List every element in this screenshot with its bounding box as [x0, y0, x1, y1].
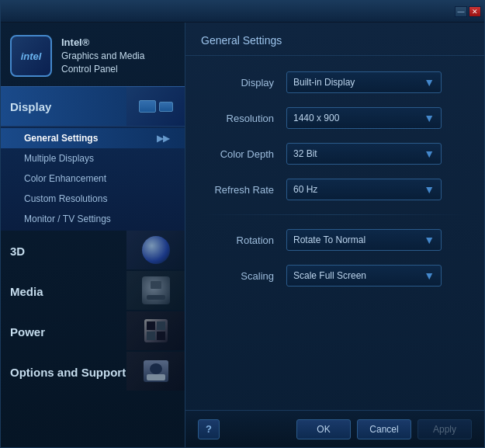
resolution-setting-row: Resolution 1440 x 900 ▼: [201, 107, 469, 129]
minimize-button[interactable]: —: [455, 6, 467, 17]
display-setting-control: Built-in Display ▼: [286, 71, 469, 93]
display-dropdown-arrow: ▼: [424, 76, 435, 89]
submenu-monitor-tv[interactable]: Monitor / TV Settings: [1, 209, 185, 229]
app-title-line1: Intel®: [61, 36, 89, 48]
refresh-rate-setting-label: Refresh Rate: [201, 184, 286, 196]
color-depth-setting-row: Color Depth 32 Bit ▼: [201, 143, 469, 165]
general-settings-label: General Settings: [24, 133, 98, 144]
color-enhancement-label: Color Enhancement: [24, 173, 106, 184]
refresh-rate-setting-row: Refresh Rate 60 Hz ▼: [201, 179, 469, 200]
refresh-rate-value: 60 Hz: [293, 184, 317, 195]
main-content: intel Intel® Graphics and Media Control …: [1, 23, 484, 447]
sidebar-section-options: Options and Support: [1, 352, 185, 392]
sidebar-section-media: Media: [1, 271, 185, 311]
display-setting-row: Display Built-in Display ▼: [201, 71, 469, 93]
app-window: — ✕ intel Intel® Graphics and Media Cont…: [0, 0, 485, 448]
window-controls: — ✕: [455, 6, 481, 17]
sidebar-section-3d-header[interactable]: 3D: [1, 231, 185, 271]
submenu-color-enhancement[interactable]: Color Enhancement: [1, 168, 185, 189]
sidebar-section-media-header[interactable]: Media: [1, 271, 185, 311]
app-title-line2: Graphics and Media: [61, 50, 144, 61]
bottom-bar: ? OK Cancel Apply: [185, 410, 484, 447]
refresh-rate-setting-control: 60 Hz ▼: [286, 179, 469, 200]
intel-logo-text: intel: [21, 50, 42, 62]
settings-form: Display Built-in Display ▼ Resolution 14…: [185, 56, 484, 410]
sidebar-section-3d: 3D: [1, 231, 185, 271]
scaling-setting-label: Scaling: [201, 270, 286, 282]
resolution-value: 1440 x 900: [293, 113, 339, 123]
sidebar-section-display-header[interactable]: Display: [1, 86, 185, 127]
settings-separator: [201, 214, 469, 215]
logo-area: intel Intel® Graphics and Media Control …: [1, 23, 185, 86]
multiple-displays-label: Multiple Displays: [24, 153, 94, 164]
apply-button[interactable]: Apply: [417, 419, 472, 439]
rotation-dropdown[interactable]: Rotate To Normal ▼: [286, 229, 442, 251]
content-title: General Settings: [201, 34, 282, 47]
display-value: Built-in Display: [293, 77, 355, 88]
color-depth-setting-label: Color Depth: [201, 148, 286, 160]
resolution-dropdown[interactable]: 1440 x 900 ▼: [286, 107, 442, 129]
rotation-value: Rotate To Normal: [293, 234, 365, 245]
app-title: Intel® Graphics and Media Control Panel: [61, 36, 144, 76]
submenu-multiple-displays[interactable]: Multiple Displays: [1, 148, 185, 168]
display-section-label: Display: [10, 100, 175, 113]
resolution-setting-label: Resolution: [201, 113, 286, 124]
app-title-line3: Control Panel: [61, 64, 118, 75]
color-depth-setting-control: 32 Bit ▼: [286, 143, 469, 165]
display-dropdown[interactable]: Built-in Display ▼: [286, 71, 442, 93]
content-area: General Settings Display Built-in Displa…: [185, 23, 484, 447]
help-button[interactable]: ?: [198, 419, 220, 439]
rotation-setting-label: Rotation: [201, 234, 286, 246]
display-setting-label: Display: [201, 77, 286, 89]
3d-section-label: 3D: [10, 245, 175, 258]
power-section-label: Power: [10, 325, 175, 339]
sidebar-section-options-header[interactable]: Options and Support: [1, 352, 185, 392]
resolution-setting-control: 1440 x 900 ▼: [286, 107, 469, 129]
color-depth-dropdown[interactable]: 32 Bit ▼: [286, 143, 442, 165]
arrow-right-icon: ▶▶: [157, 134, 169, 144]
ok-button[interactable]: OK: [296, 419, 351, 439]
rotation-setting-row: Rotation Rotate To Normal ▼: [201, 229, 469, 251]
sidebar-section-power-header[interactable]: Power: [1, 311, 185, 352]
scaling-dropdown[interactable]: Scale Full Screen ▼: [286, 265, 442, 287]
refresh-rate-dropdown[interactable]: 60 Hz ▼: [286, 179, 442, 200]
scaling-value: Scale Full Screen: [293, 270, 366, 281]
color-depth-dropdown-arrow: ▼: [424, 148, 435, 160]
scaling-setting-control: Scale Full Screen ▼: [286, 265, 469, 287]
custom-resolutions-label: Custom Resolutions: [24, 193, 107, 204]
submenu-general-settings[interactable]: General Settings ▶▶: [1, 128, 185, 148]
submenu-custom-resolutions[interactable]: Custom Resolutions: [1, 189, 185, 209]
close-button[interactable]: ✕: [469, 6, 481, 17]
scaling-setting-row: Scaling Scale Full Screen ▼: [201, 265, 469, 287]
cancel-button[interactable]: Cancel: [357, 419, 411, 439]
monitor-tv-label: Monitor / TV Settings: [24, 214, 111, 224]
title-bar: — ✕: [1, 1, 484, 23]
sidebar-section-display: Display General Settings ▶▶ Multiple Dis…: [1, 86, 185, 231]
refresh-rate-dropdown-arrow: ▼: [424, 183, 435, 196]
rotation-setting-control: Rotate To Normal ▼: [286, 229, 469, 251]
scaling-dropdown-arrow: ▼: [424, 269, 435, 282]
intel-logo: intel: [10, 35, 52, 77]
sidebar: intel Intel® Graphics and Media Control …: [1, 23, 185, 447]
media-section-label: Media: [10, 285, 175, 298]
display-submenu: General Settings ▶▶ Multiple Displays Co…: [1, 127, 185, 231]
content-header: General Settings: [185, 23, 484, 56]
sidebar-section-power: Power: [1, 311, 185, 352]
rotation-dropdown-arrow: ▼: [424, 234, 435, 246]
resolution-dropdown-arrow: ▼: [424, 112, 435, 124]
color-depth-value: 32 Bit: [293, 148, 317, 159]
options-section-label: Options and Support: [10, 366, 175, 379]
